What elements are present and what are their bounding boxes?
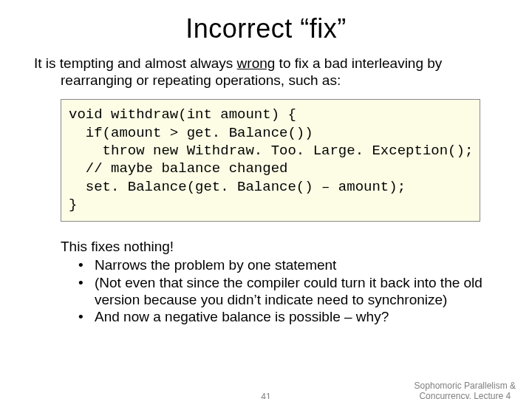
after-section: This fixes nothing! Narrows the problem … [34, 238, 498, 325]
intro-text-pre: It is tempting and almost always [34, 55, 237, 71]
intro-wrong-word: wrong [237, 55, 276, 71]
code-block: void withdraw(int amount) { if(amount > … [61, 99, 480, 222]
list-item: And now a negative balance is possible –… [78, 308, 498, 325]
course-line1: Sophomoric Parallelism & [415, 381, 516, 391]
course-line2: Concurrency, Lecture 4 [419, 391, 511, 399]
bullet-list: Narrows the problem by one statement (No… [61, 256, 498, 325]
list-item: (Not even that since the compiler could … [78, 274, 498, 308]
after-lead-text: This fixes nothing! [61, 238, 498, 255]
slide: Incorrect “fix” It is tempting and almos… [0, 13, 532, 399]
course-label: Sophomoric Parallelism & Concurrency, Le… [415, 381, 516, 399]
slide-body: It is tempting and almost always wrong t… [0, 55, 532, 325]
page-number: 41 [261, 392, 270, 399]
list-item: Narrows the problem by one statement [78, 256, 498, 273]
slide-title: Incorrect “fix” [0, 13, 532, 44]
intro-paragraph: It is tempting and almost always wrong t… [34, 55, 498, 89]
